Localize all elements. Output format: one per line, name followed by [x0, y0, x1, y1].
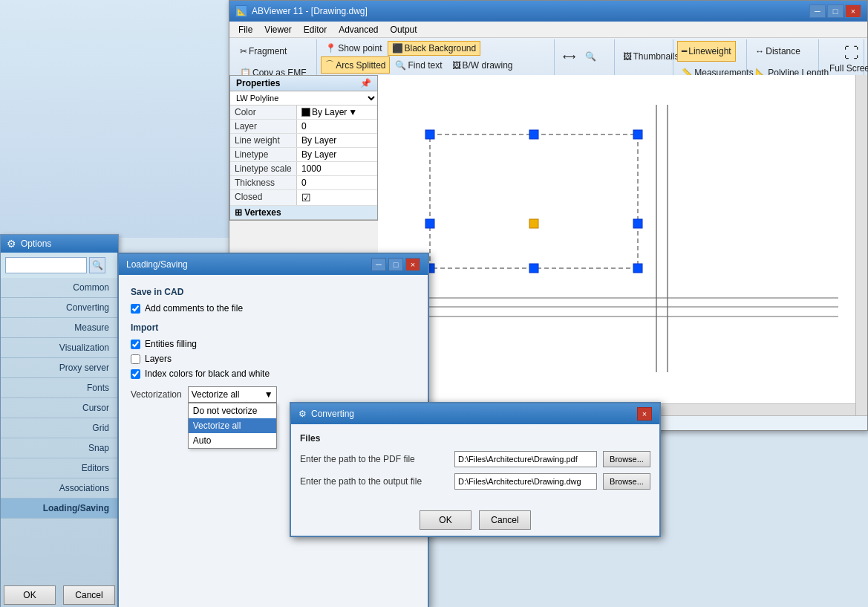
converting-ok-button[interactable]: OK: [420, 510, 471, 530]
converting-footer: OK Cancel: [291, 504, 659, 536]
prop-row-ltscale: Linetype scale 1000: [230, 162, 377, 176]
properties-panel: Properties 📌 LW Polyline Color By Layer …: [229, 75, 378, 221]
prop-label-layer: Layer: [230, 120, 297, 133]
prop-label-color: Color: [230, 106, 297, 119]
loading-saving-close[interactable]: ×: [405, 258, 420, 271]
prop-value-color[interactable]: By Layer ▼: [297, 106, 377, 119]
pdf-file-input[interactable]: [454, 451, 597, 467]
output-file-input[interactable]: [454, 473, 597, 490]
add-comments-row: Add comments to the file: [131, 303, 416, 314]
index-colors-checkbox[interactable]: [131, 369, 140, 379]
loading-saving-title-controls: ─ □ ×: [371, 258, 420, 271]
save-in-cad-section: Save in CAD: [131, 287, 416, 297]
prop-value-lineweight[interactable]: By Layer: [297, 134, 377, 147]
prop-value-closed[interactable]: ☑: [297, 190, 377, 205]
properties-type-select[interactable]: LW Polyline: [230, 91, 377, 106]
sidebar-item-fonts[interactable]: Fonts: [1, 378, 118, 398]
sidebar-item-proxy-server[interactable]: Proxy server: [1, 358, 118, 378]
scrollbar-vertical[interactable]: [855, 75, 867, 415]
maximize-button[interactable]: □: [827, 4, 843, 18]
ribbon-btn-pos1[interactable]: ⟷: [558, 41, 580, 73]
closed-checkbox[interactable]: ☑: [301, 192, 311, 204]
options-cancel-button[interactable]: Cancel: [63, 585, 115, 605]
pdf-browse-button[interactable]: Browse...: [603, 451, 650, 467]
minimize-button[interactable]: ─: [809, 4, 826, 18]
prop-value-layer[interactable]: 0: [297, 120, 377, 133]
add-comments-checkbox[interactable]: [131, 304, 140, 314]
full-screen-icon: ⛶: [844, 45, 859, 62]
color-dropdown-icon: ▼: [348, 107, 357, 117]
ribbon-btn-pos2[interactable]: 🔍: [581, 41, 601, 73]
ribbon-btn-show-point[interactable]: 📍 Show point: [321, 41, 386, 56]
prop-value-ltscale[interactable]: 1000: [297, 162, 377, 175]
thumbnails-icon: 🖼: [623, 51, 632, 62]
sidebar-item-grid[interactable]: Grid: [1, 418, 118, 438]
sidebar-item-snap[interactable]: Snap: [1, 438, 118, 458]
sidebar-item-converting[interactable]: Converting: [1, 298, 118, 318]
menu-viewer[interactable]: Viewer: [258, 23, 297, 36]
sidebar-item-cursor[interactable]: Cursor: [1, 398, 118, 418]
find-text-icon: 🔍: [395, 60, 406, 71]
ribbon-btn-fragment[interactable]: ✂ Fragment: [235, 41, 291, 62]
background-decoration: [0, 0, 229, 238]
layers-checkbox[interactable]: [131, 354, 140, 364]
fragment-icon: ✂: [240, 46, 247, 56]
sidebar-item-associations[interactable]: Associations: [1, 478, 118, 499]
vertexes-expand-icon: ⊞: [235, 207, 242, 218]
sidebar-item-visualization[interactable]: Visualization: [1, 338, 118, 358]
output-browse-button[interactable]: Browse...: [603, 473, 650, 490]
sidebar-item-common[interactable]: Common: [1, 278, 118, 298]
close-button[interactable]: ×: [845, 4, 861, 18]
converting-content: Files Enter the path to the PDF file Bro…: [291, 424, 659, 504]
loading-saving-maximize[interactable]: □: [388, 258, 403, 271]
show-point-icon: 📍: [325, 43, 336, 53]
output-file-label: Enter the path to the output file: [300, 476, 448, 487]
vectorization-option-1[interactable]: Vectorize all: [189, 418, 276, 433]
options-search-button[interactable]: 🔍: [89, 257, 105, 273]
menu-file[interactable]: File: [232, 23, 258, 36]
ribbon-btn-lineweight[interactable]: ━ Lineweight: [677, 41, 735, 62]
prop-value-thickness[interactable]: 0: [297, 176, 377, 189]
prop-value-linetype[interactable]: By Layer: [297, 148, 377, 161]
converting-cancel-button[interactable]: Cancel: [479, 510, 531, 530]
menu-editor[interactable]: Editor: [298, 23, 333, 36]
prop-section-vertexes[interactable]: ⊞ Vertexes: [230, 206, 377, 220]
prop-row-thickness: Thickness 0: [230, 176, 377, 190]
vectorization-dropdown-menu: Do not vectorize Vectorize all Auto: [188, 403, 277, 449]
vectorization-option-0[interactable]: Do not vectorize: [189, 403, 276, 418]
prop-label-ltscale: Linetype scale: [230, 162, 297, 175]
converting-close-button[interactable]: ×: [637, 407, 652, 421]
lineweight-icon: ━: [682, 46, 687, 56]
entities-filling-checkbox[interactable]: [131, 340, 140, 349]
vectorization-select-display[interactable]: Vectorize all ▼: [188, 386, 277, 403]
app-title: ABViewer 11 - [Drawing.dwg]: [252, 6, 368, 16]
ribbon-btn-bw-drawing[interactable]: 🖼 B/W drawing: [448, 56, 518, 74]
layers-label: Layers: [145, 354, 172, 364]
entities-filling-label: Entities filling: [145, 339, 197, 349]
ribbon-btn-black-bg[interactable]: ⬛ Black Background: [388, 41, 481, 56]
drawing-canvas: [393, 90, 838, 372]
ribbon-btn-find-text[interactable]: 🔍 Find text: [391, 56, 446, 74]
ribbon-btn-arcs[interactable]: ⌒ Arcs Splitted: [321, 56, 390, 74]
sidebar-item-loading-saving[interactable]: Loading/Saving: [1, 499, 118, 519]
properties-title: Properties: [236, 78, 280, 88]
menu-advanced[interactable]: Advanced: [333, 23, 384, 36]
options-ok-button[interactable]: OK: [4, 585, 56, 605]
svg-rect-6: [633, 219, 642, 228]
properties-pin-icon[interactable]: 📌: [360, 78, 371, 88]
svg-rect-4: [425, 219, 434, 228]
sidebar-item-editors[interactable]: Editors: [1, 458, 118, 478]
loading-saving-title-bar: Loading/Saving ─ □ ×: [119, 254, 428, 275]
options-search-input[interactable]: [5, 257, 87, 273]
ribbon-btn-distance[interactable]: ↔ Distance: [751, 41, 805, 62]
vectorization-option-2[interactable]: Auto: [189, 433, 276, 448]
options-panel: ⚙ Options 🔍 Common Converting Measure Vi…: [0, 234, 119, 607]
sidebar-item-measure[interactable]: Measure: [1, 318, 118, 338]
menu-output[interactable]: Output: [385, 23, 423, 36]
options-title-text: Options: [21, 238, 51, 249]
output-file-row: Enter the path to the output file Browse…: [300, 473, 650, 490]
layers-row: Layers: [131, 354, 416, 364]
svg-rect-8: [529, 264, 538, 273]
black-bg-icon: ⬛: [392, 43, 403, 53]
loading-saving-minimize[interactable]: ─: [371, 258, 386, 271]
